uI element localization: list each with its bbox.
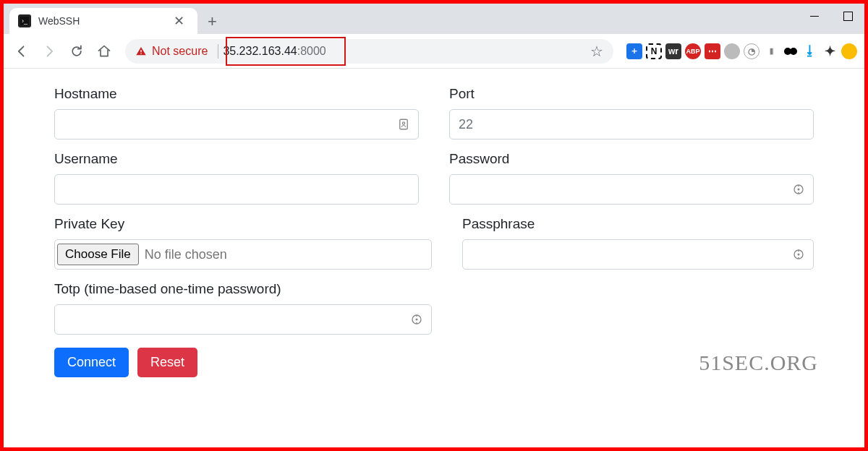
tab-close-icon[interactable]: ✕	[169, 13, 189, 29]
profile-avatar-icon[interactable]	[841, 43, 857, 59]
port-label: Port	[449, 86, 814, 102]
browser-toolbar: Not secure 35.232.163.44:8000 ☆ ＋ N wr A…	[4, 34, 864, 69]
totp-input[interactable]	[54, 304, 432, 335]
extension-icon[interactable]: ABP	[685, 43, 701, 59]
contacts-icon[interactable]	[397, 118, 410, 131]
reset-button[interactable]: Reset	[137, 348, 197, 377]
password-key-icon[interactable]	[792, 183, 805, 196]
svg-point-5	[790, 48, 797, 55]
window-maximize-button[interactable]	[831, 4, 864, 28]
port-input[interactable]	[449, 109, 814, 139]
password-key-icon[interactable]	[792, 248, 805, 261]
extension-icon[interactable]: ⫴	[763, 43, 779, 59]
tab-favicon: ›_	[18, 14, 31, 27]
connect-button[interactable]: Connect	[54, 348, 129, 377]
svg-text:›_: ›_	[22, 17, 28, 25]
reload-button[interactable]	[66, 40, 88, 62]
hostname-input[interactable]	[54, 109, 419, 139]
new-tab-button[interactable]: +	[197, 8, 227, 35]
password-key-icon[interactable]	[410, 313, 423, 326]
home-button[interactable]	[93, 40, 115, 62]
extensions-menu-icon[interactable]: ✦	[822, 43, 838, 59]
password-input[interactable]	[449, 174, 814, 205]
extension-icon[interactable]: ◔	[744, 43, 760, 59]
page-content: Hostname Port Username Password	[4, 69, 864, 377]
file-status-text: No file chosen	[145, 247, 227, 262]
passphrase-label: Passphrase	[462, 216, 814, 232]
username-label: Username	[54, 151, 419, 167]
svg-point-11	[798, 254, 800, 256]
forward-button[interactable]	[38, 40, 60, 62]
extension-icon[interactable]	[783, 43, 799, 59]
privatekey-label: Private Key	[54, 216, 432, 232]
browser-titlebar: ›_ WebSSH ✕ +	[4, 4, 864, 34]
back-button[interactable]	[11, 40, 33, 62]
extension-icon[interactable]: ⋯	[705, 43, 720, 59]
address-bar[interactable]: Not secure 35.232.163.44:8000 ☆	[125, 39, 613, 64]
watermark-text: 51SEC.ORG	[699, 351, 818, 375]
choose-file-button[interactable]: Choose File	[57, 244, 139, 265]
svg-point-7	[402, 122, 404, 124]
extension-icon[interactable]: wr	[665, 43, 681, 59]
svg-point-13	[416, 319, 418, 321]
hostname-label: Hostname	[54, 86, 419, 102]
security-label: Not secure	[152, 45, 208, 58]
extension-icon[interactable]	[724, 43, 740, 59]
passphrase-input[interactable]	[462, 239, 814, 270]
username-input[interactable]	[54, 174, 419, 205]
window-controls	[798, 4, 864, 28]
window-minimize-button[interactable]	[798, 4, 831, 28]
password-label: Password	[449, 151, 814, 167]
totp-label: Totp (time-based one-time password)	[54, 281, 432, 297]
extension-icon[interactable]: ＋	[626, 43, 642, 59]
svg-point-9	[798, 189, 800, 191]
url-text: 35.232.163.44:8000	[223, 45, 326, 58]
bookmark-star-icon[interactable]: ☆	[590, 43, 603, 60]
privatekey-file-input[interactable]: Choose File No file chosen	[54, 239, 432, 270]
browser-tab[interactable]: ›_ WebSSH ✕	[9, 8, 197, 34]
svg-rect-3	[140, 53, 141, 53]
security-indicator[interactable]: Not secure	[135, 45, 208, 58]
extension-row: ＋ N wr ABP ⋯ ◔ ⫴ ⭳ ✦	[626, 43, 857, 59]
extension-icon[interactable]: ⭳	[802, 43, 818, 59]
omnibox-separator	[218, 44, 218, 59]
tab-title: WebSSH	[38, 15, 169, 27]
extension-icon[interactable]: N	[646, 43, 662, 59]
svg-rect-2	[140, 50, 141, 52]
warning-icon	[135, 46, 147, 57]
